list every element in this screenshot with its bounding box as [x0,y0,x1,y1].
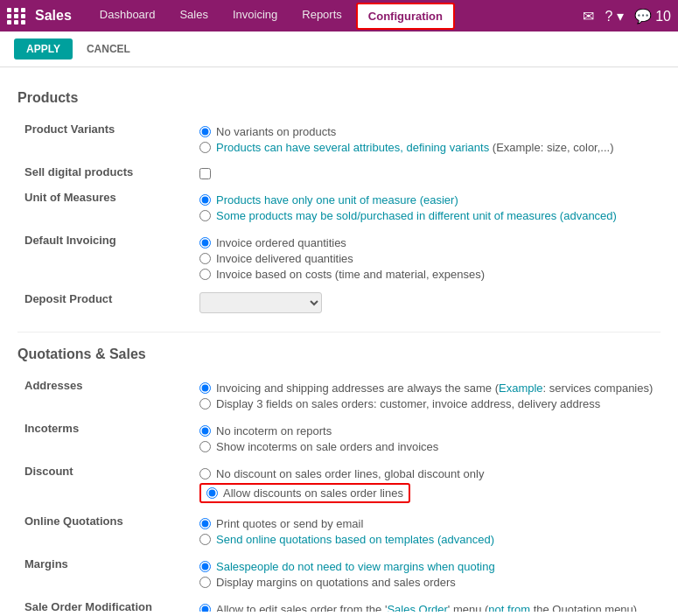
no-margins-label: Salespeople do not need to view margins … [216,560,495,573]
no-discount-radio[interactable] [199,468,211,480]
deposit-product-select[interactable] [199,292,322,313]
has-variants-link: Products can have several attributes, de… [216,141,489,154]
nav-item-dashboard[interactable]: Dashboard [89,3,166,30]
quotations-settings-table: Addresses Invoicing and shipping address… [17,374,661,612]
addresses-three-radio[interactable] [199,398,211,410]
cancel-button[interactable]: CANCEL [80,38,137,60]
mail-icon[interactable]: ✉ [583,8,594,24]
products-section-title: Products [17,90,661,106]
products-settings-table: Product Variants No variants on products… [17,118,661,318]
has-variants-radio[interactable] [199,142,211,153]
discount-label: Discount [17,460,192,510]
allow-discount-label: Allow discounts on sales order lines [223,486,403,500]
allow-edit-radio[interactable] [199,604,211,612]
no-margins-radio[interactable] [199,561,211,572]
chat-icon[interactable]: 💬 10 [634,8,671,24]
no-incoterm-radio[interactable] [199,425,211,437]
unit-of-measures-row: Unit of Measures Products have only one … [17,186,661,229]
invoice-cost-radio[interactable] [199,269,211,280]
deposit-product-row: Deposit Product [17,288,661,318]
unit-of-measures-options: Products have only one unit of measure (… [192,186,661,229]
product-variants-label: Product Variants [17,118,192,161]
nav-item-invoicing[interactable]: Invoicing [222,3,288,30]
print-email-label: Print quotes or send by email [216,517,363,530]
online-templates-radio[interactable] [199,534,211,545]
no-incoterm-option: No incoterm on reports [199,424,654,438]
online-quotations-label: Online Quotations [17,510,192,553]
show-margins-label: Display margins on quotations and sales … [216,576,456,589]
allow-edit-label: Allow to edit sales order from the 'Sale… [216,603,637,612]
addresses-same-radio[interactable] [199,382,211,394]
top-navigation: Sales Dashboard Sales Invoicing Reports … [0,0,678,32]
show-incoterm-radio[interactable] [199,441,211,452]
online-templates-label: Send online quotations based on template… [216,533,494,546]
toolbar: APPLY CANCEL [0,32,678,67]
sell-digital-checkbox-row [199,168,654,179]
quotations-section-title: Quotations & Sales [17,346,661,362]
invoice-delivered-radio[interactable] [199,253,211,264]
default-invoicing-label: Default Invoicing [17,229,192,288]
no-incoterm-label: No incoterm on reports [216,424,332,438]
show-incoterm-option: Show incoterms on sale orders and invoic… [199,440,654,453]
incoterms-row: Incoterms No incoterm on reports Show in… [17,417,661,460]
no-variants-radio[interactable] [199,126,211,137]
no-discount-option: No discount on sales order lines, global… [199,467,654,480]
sell-digital-row: Sell digital products [17,161,661,186]
apps-icon[interactable] [7,8,26,24]
margins-label: Margins [17,553,192,596]
sell-digital-label: Sell digital products [17,161,192,186]
sale-order-modification-label: Sale Order Modification [17,596,192,612]
one-uom-radio[interactable] [199,194,211,206]
show-margins-radio[interactable] [199,577,211,588]
sell-digital-checkbox[interactable] [199,168,211,179]
unit-of-measures-label: Unit of Measures [17,186,192,229]
invoice-cost-label: Invoice based on costs (time and materia… [216,268,485,281]
invoice-ordered-option: Invoice ordered quantities [199,236,654,249]
addresses-three-option: Display 3 fields on sales orders: custom… [199,397,654,410]
nav-brand: Sales [35,8,72,24]
no-margins-option: Salespeople do not need to view margins … [199,560,654,573]
allow-discount-highlighted: Allow discounts on sales order lines [199,483,410,503]
no-variants-label: No variants on products [216,125,336,138]
online-quotations-options: Print quotes or send by email Send onlin… [192,510,661,553]
default-invoicing-options: Invoice ordered quantities Invoice deliv… [192,229,661,288]
product-variants-row: Product Variants No variants on products… [17,118,661,161]
print-email-radio[interactable] [199,518,211,529]
addresses-label: Addresses [17,374,192,417]
invoice-delivered-label: Invoice delivered quantities [216,252,353,265]
allow-discount-radio[interactable] [206,487,218,499]
deposit-product-label: Deposit Product [17,288,192,318]
invoice-delivered-option: Invoice delivered quantities [199,252,654,265]
online-quotations-row: Online Quotations Print quotes or send b… [17,510,661,553]
one-uom-label: Products have only one unit of measure (… [216,193,458,206]
multi-uom-option: Some products may be sold/purchased in d… [199,209,654,222]
incoterms-options: No incoterm on reports Show incoterms on… [192,417,661,460]
show-incoterm-label: Show incoterms on sale orders and invoic… [216,440,438,453]
addresses-three-label: Display 3 fields on sales orders: custom… [216,397,600,410]
apply-button[interactable]: APPLY [14,38,73,60]
discount-options: No discount on sales order lines, global… [192,460,661,510]
nav-item-reports[interactable]: Reports [291,3,353,30]
one-uom-option: Products have only one unit of measure (… [199,193,654,206]
addresses-same-label: Invoicing and shipping addresses are alw… [216,382,653,395]
section-divider [17,332,661,332]
nav-item-sales[interactable]: Sales [169,3,219,30]
online-templates-option: Send online quotations based on template… [199,533,654,546]
help-icon[interactable]: ? ▾ [605,8,623,24]
margins-options: Salespeople do not need to view margins … [192,553,661,596]
nav-right: ✉ ? ▾ 💬 10 [583,8,671,24]
product-variants-options: No variants on products Products can hav… [192,118,661,161]
addresses-options: Invoicing and shipping addresses are alw… [192,374,661,417]
discount-row: Discount No discount on sales order line… [17,460,661,510]
addresses-same-option: Invoicing and shipping addresses are alw… [199,382,654,395]
multi-uom-radio[interactable] [199,210,211,221]
invoice-ordered-label: Invoice ordered quantities [216,236,346,249]
invoice-ordered-radio[interactable] [199,237,211,248]
print-email-option: Print quotes or send by email [199,517,654,530]
sell-digital-options [192,161,661,186]
nav-items: Dashboard Sales Invoicing Reports Config… [89,3,584,30]
nav-item-configuration[interactable]: Configuration [356,3,455,30]
allow-edit-option: Allow to edit sales order from the 'Sale… [199,603,654,612]
has-variants-label: Products can have several attributes, de… [216,141,614,154]
sale-order-modification-options: Allow to edit sales order from the 'Sale… [192,596,661,612]
